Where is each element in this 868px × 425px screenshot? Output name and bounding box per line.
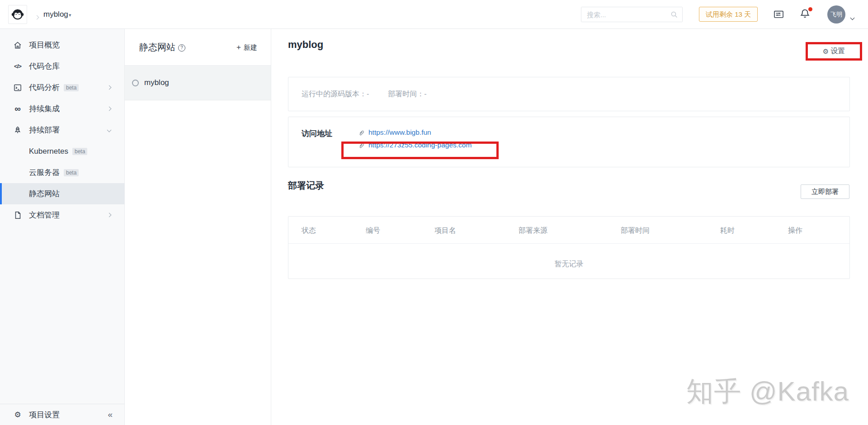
notification-badge-dot	[808, 7, 812, 11]
runtime-info-card: 运行中的源码版本： - 部署时间： -	[288, 77, 850, 111]
coding-logo[interactable]	[8, 5, 27, 24]
deploy-records-title: 部署记录	[288, 179, 324, 192]
help-icon[interactable]: ?	[178, 44, 185, 52]
workbench-icon[interactable]	[773, 9, 784, 20]
sidebar-item-project-settings[interactable]: ⚙ 项目设置 «	[0, 404, 124, 425]
new-site-button[interactable]: +新建	[236, 43, 257, 52]
breadcrumb-separator-icon	[35, 13, 38, 21]
infinity-icon: ∞	[13, 106, 23, 112]
home-icon	[13, 41, 23, 50]
monkey-logo-icon	[11, 8, 24, 21]
deploy-time-value: -	[424, 90, 426, 98]
sidebar-item-label: 项目概览	[29, 40, 60, 50]
deploy-time-label: 部署时间：	[388, 90, 424, 99]
table-empty-text: 暂无记录	[288, 260, 849, 269]
gear-icon: ⚙	[13, 410, 23, 420]
sidebar-item-label: 持续集成	[29, 104, 60, 114]
page-title: myblog	[288, 39, 323, 51]
sidebar-item-code-repo[interactable]: </> 代码仓库	[0, 56, 124, 77]
chevron-right-icon	[107, 213, 112, 217]
annotation-box-settings	[806, 42, 862, 61]
breadcrumb-project-name[interactable]: myblog	[43, 7, 68, 22]
source-version-label: 运行中的源码版本：	[302, 90, 367, 99]
new-site-label: 新建	[244, 43, 257, 51]
top-bar: myblog ▾ 试用剩余 13 天 飞明	[0, 0, 868, 29]
main-content: myblog ⚙ 设置 运行中的源码版本： - 部署时间： - 访问地址 htt…	[271, 29, 868, 425]
chevron-right-icon	[107, 85, 112, 90]
sidebar-item-label: 代码仓库	[29, 61, 60, 71]
deploy-records-table: 状态 编号 项目名 部署来源 部署时间 耗时 操作 暂无记录	[288, 216, 850, 279]
static-website-panel: 静态网站? +新建 myblog	[125, 29, 271, 425]
sidebar-item-label: 云服务器	[29, 167, 60, 178]
sidebar-item-label: Kubernetes	[29, 147, 68, 156]
beta-badge: beta	[72, 148, 87, 155]
sidebar-item-code-analysis[interactable]: 代码分析 beta	[0, 77, 124, 98]
code-icon: </>	[13, 63, 23, 70]
sidebar-item-label: 持续部署	[29, 125, 60, 135]
column-header-number: 编号	[366, 226, 380, 236]
watermark: 知乎 @Kafka	[686, 373, 849, 410]
global-search	[581, 7, 683, 22]
sidebar-item-cd[interactable]: 持续部署	[0, 119, 124, 141]
sidebar-item-label: 静态网站	[29, 189, 60, 199]
sidebar-item-label: 文档管理	[29, 210, 60, 220]
site-name: myblog	[144, 78, 169, 87]
plus-icon: +	[236, 43, 241, 52]
sidebar-item-project-overview[interactable]: 项目概览	[0, 34, 124, 56]
status-circle-icon	[132, 80, 139, 86]
panel-title: 静态网站?	[139, 41, 185, 53]
panel-header: 静态网站? +新建	[125, 29, 271, 66]
rocket-icon	[13, 126, 23, 135]
chevron-down-icon	[107, 128, 112, 132]
access-address-label: 访问地址	[302, 128, 332, 139]
link-icon	[358, 129, 365, 136]
trial-remaining-button[interactable]: 试用剩余 13 天	[699, 7, 758, 22]
beta-badge: beta	[64, 169, 79, 176]
user-avatar[interactable]: 飞明	[827, 5, 845, 24]
column-header-source: 部署来源	[519, 226, 547, 236]
project-switch-caret-icon[interactable]: ▾	[69, 8, 71, 22]
annotation-box-link	[341, 142, 499, 159]
column-header-actions: 操作	[788, 226, 802, 236]
beta-badge: beta	[64, 84, 79, 91]
panel-title-text: 静态网站	[139, 42, 175, 52]
site-link-row: https://www.bigb.fun	[358, 127, 431, 138]
sidebar-item-ci[interactable]: ∞ 持续集成	[0, 98, 124, 119]
notifications-bell[interactable]	[799, 8, 812, 21]
project-sidebar: 项目概览 </> 代码仓库 代码分析 beta ∞ 持续集成	[0, 29, 125, 425]
table-header-row: 状态 编号 项目名 部署来源 部署时间 耗时 操作	[288, 217, 849, 244]
sidebar-item-label: 代码分析	[29, 82, 60, 93]
column-header-deploy-time: 部署时间	[621, 226, 650, 236]
chevron-right-icon	[107, 107, 112, 111]
collapse-sidebar-icon[interactable]: «	[108, 410, 113, 420]
sidebar-nav: 项目概览 </> 代码仓库 代码分析 beta ∞ 持续集成	[0, 29, 124, 226]
terminal-icon	[13, 83, 23, 92]
document-icon	[13, 211, 23, 220]
column-header-status: 状态	[302, 226, 316, 236]
search-icon	[670, 11, 678, 19]
sidebar-footer-label: 项目设置	[29, 410, 60, 420]
column-header-project: 项目名	[434, 226, 456, 236]
app-window: myblog ▾ 试用剩余 13 天 飞明	[0, 0, 868, 425]
deploy-now-button[interactable]: 立即部署	[801, 184, 849, 199]
column-header-duration: 耗时	[720, 226, 735, 236]
sidebar-item-kubernetes[interactable]: Kubernetes beta	[0, 141, 124, 162]
search-input[interactable]	[581, 7, 682, 22]
site-list-item[interactable]: myblog	[125, 66, 271, 100]
sidebar-item-static-website[interactable]: 静态网站	[0, 183, 124, 204]
source-version-value: -	[367, 90, 369, 98]
sidebar-item-docs[interactable]: 文档管理	[0, 204, 124, 226]
user-menu-caret-icon[interactable]	[851, 13, 854, 21]
site-url-link[interactable]: https://www.bigb.fun	[368, 128, 431, 137]
sidebar-item-cloud-server[interactable]: 云服务器 beta	[0, 162, 124, 183]
